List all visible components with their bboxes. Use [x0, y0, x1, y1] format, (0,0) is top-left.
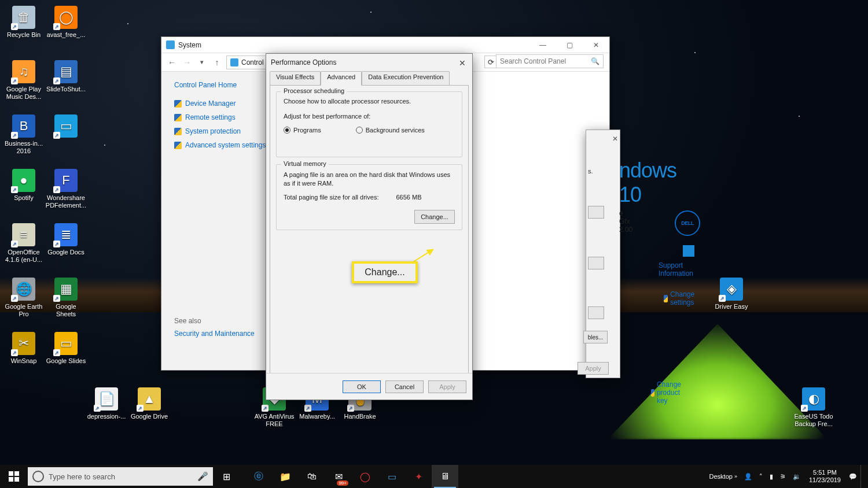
maximize-button[interactable]: ▢	[556, 37, 583, 53]
sidebar-remote-settings[interactable]: Remote settings	[174, 113, 271, 121]
perf-tabs: Visual Effects Advanced Data Execution P…	[266, 71, 472, 85]
desktop-icon[interactable]: ◐↗EaseUS Todo Backup Fre...	[793, 387, 834, 428]
back-button[interactable]: ←	[166, 57, 178, 68]
clock-date: 11/23/2019	[809, 476, 841, 484]
clock-time: 5:51 PM	[813, 469, 837, 476]
desktop-icon[interactable]: 🌐↗Google Earth Pro	[3, 278, 45, 318]
vm-desc: A paging file is an area on the hard dis…	[284, 171, 455, 188]
recent-button[interactable]: ▾	[196, 57, 208, 68]
sidebar-device-manager[interactable]: Device Manager	[174, 99, 271, 108]
clock[interactable]: 5:51 PM 11/23/2019	[804, 465, 845, 488]
tray-chevron-icon[interactable]: ˄	[756, 465, 766, 488]
taskview-button[interactable]: ⊞	[213, 465, 240, 488]
people-icon[interactable]: 👤	[741, 465, 756, 488]
search-icon: 🔍	[591, 57, 599, 65]
virtual-memory-fieldset: Virtual memory A paging file is an area …	[276, 164, 462, 230]
windows-logo-text: ndows 10	[619, 158, 676, 207]
radio-bgservices[interactable]: Background services	[356, 127, 425, 134]
apply-button[interactable]: Apply	[428, 380, 466, 393]
desktop-icon[interactable]: ♫↗Google Play Music Des...	[3, 60, 45, 101]
wifi-icon[interactable]: ⚞	[777, 465, 789, 488]
desktop-icon[interactable]: ≣↗Google Docs	[45, 223, 87, 256]
cortana-icon	[32, 471, 44, 482]
star	[127, 23, 128, 24]
battery-icon[interactable]: ▮	[766, 465, 777, 488]
desktop-icon[interactable]: B↗Business-in... 2016	[3, 114, 45, 155]
sysprop-apply[interactable]: Apply	[578, 362, 609, 375]
start-button[interactable]	[0, 465, 28, 488]
explorer-button[interactable]: 📁	[272, 465, 299, 488]
forward-button[interactable]: →	[181, 57, 193, 68]
action-center-icon[interactable]: 💬	[845, 465, 860, 488]
security-link[interactable]: Security and Maintenance	[174, 330, 271, 338]
address-bar[interactable]: Control P	[226, 56, 269, 69]
desktop-icon[interactable]: ▭↗Google Slides	[45, 332, 87, 365]
change-button[interactable]: Change...	[414, 210, 455, 224]
callout-box: Change...	[352, 261, 418, 283]
show-desktop[interactable]	[860, 465, 868, 488]
sysprop-button-1[interactable]	[588, 206, 604, 219]
close-button[interactable]: ✕	[583, 37, 609, 53]
sidebar-advanced-settings[interactable]: Advanced system settings	[174, 141, 271, 149]
desktop-icon[interactable]: ◈↗Driver Easy	[711, 278, 752, 310]
tab-advanced[interactable]: Advanced	[321, 71, 362, 86]
svg-rect-2	[9, 477, 13, 482]
support-info-link[interactable]: Support Information	[659, 261, 693, 278]
sysprop-button-2[interactable]	[588, 257, 604, 269]
sidebar-system-protection[interactable]: System protection	[174, 127, 271, 135]
desktop-icon[interactable]: ▦↗Google Sheets	[45, 278, 87, 318]
vivaldi-button[interactable]: ◯	[352, 465, 378, 488]
dell-logo: DELL	[675, 210, 700, 236]
taskbar-search-placeholder: Type here to search	[49, 472, 115, 481]
cancel-button[interactable]: Cancel	[385, 380, 424, 393]
env-vars-button[interactable]: bles...	[583, 331, 608, 343]
desktop-icon[interactable]: ◯↗avast_free_...	[45, 6, 87, 39]
tab-visual-effects[interactable]: Visual Effects	[270, 71, 321, 85]
edge-button[interactable]: ⓔ	[245, 465, 272, 488]
processor-fieldset: Processor scheduling Choose how to alloc…	[276, 91, 462, 157]
perf-tabpanel: Processor scheduling Choose how to alloc…	[270, 85, 469, 375]
sysprop-close-icon[interactable]: ✕	[610, 134, 620, 143]
vm-total-value: 6656 MB	[396, 194, 421, 201]
taskbar-search[interactable]: Type here to search 🎤	[28, 467, 213, 486]
up-button[interactable]: ↑	[211, 57, 223, 68]
shield-icon	[174, 114, 182, 121]
desktop-icon[interactable]: ▲↗Google Drive	[128, 387, 170, 420]
desktop-icon[interactable]: ▭↗	[45, 114, 87, 140]
perf-close-icon[interactable]: ✕	[457, 58, 468, 68]
desktop-icon[interactable]: F↗Wondershare PDFelement...	[45, 169, 87, 209]
desktop-icon[interactable]: ≡↗OpenOffice 4.1.6 (en-U...	[3, 223, 45, 264]
desktop-icon[interactable]: 🗑↗Recycle Bin	[3, 6, 45, 39]
svg-rect-3	[14, 477, 19, 482]
refresh-button[interactable]: ⟳	[484, 56, 497, 68]
app-button-2[interactable]: ✦	[405, 465, 432, 488]
cp-search[interactable]: Search Control Panel 🔍	[496, 54, 604, 68]
shield-icon	[651, 389, 654, 397]
desktop-icon[interactable]: ▤↗SlideToShut...	[45, 60, 87, 93]
radio-programs[interactable]: Programs	[284, 127, 321, 134]
gfx-row: e Gfx 2.00	[619, 209, 632, 234]
tab-dep[interactable]: Data Execution Prevention	[362, 71, 450, 85]
change-settings-link[interactable]: Change settings	[664, 290, 698, 306]
app-button-1[interactable]: ▭	[378, 465, 405, 488]
controlpanel-task[interactable]: 🖥	[432, 465, 458, 488]
shield-icon	[174, 128, 182, 135]
processor-legend: Processor scheduling	[281, 87, 347, 94]
store-button[interactable]: 🛍	[299, 465, 325, 488]
star	[799, 116, 800, 117]
perf-title[interactable]: Performance Options	[266, 54, 472, 71]
ok-button[interactable]: OK	[343, 380, 381, 393]
windows-icon	[9, 471, 19, 482]
desktop-toolbar[interactable]: Desktop»	[706, 465, 741, 488]
sysprop-button-3[interactable]	[588, 306, 604, 319]
cp-home-link[interactable]: Control Panel Home	[174, 81, 271, 89]
desktop-icon[interactable]: ✂↗WinSnap	[3, 332, 45, 365]
svg-rect-1	[14, 471, 19, 476]
desktop-icon[interactable]: ●↗Spotify	[3, 169, 45, 202]
change-product-key-link[interactable]: Change product key	[651, 380, 685, 405]
desktop-icon[interactable]: 📄↗depression-...	[86, 387, 127, 420]
mail-button[interactable]: ✉99+	[325, 465, 352, 488]
system-sidebar: Control Panel Home Device Manager Remote…	[161, 72, 277, 370]
volume-icon[interactable]: 🔉	[789, 465, 804, 488]
minimize-button[interactable]: —	[529, 37, 556, 53]
